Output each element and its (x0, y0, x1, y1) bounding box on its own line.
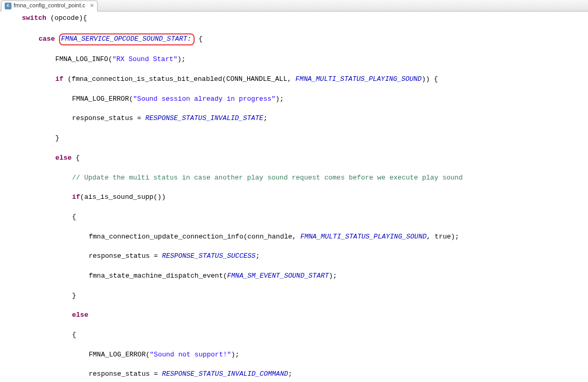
tab-filename: fmna_config_control_point.c (14, 2, 86, 10)
keyword-case: case (39, 35, 55, 43)
code-text: ); (329, 272, 337, 280)
code-text: fmna_state_machine_dispatch_event( (89, 272, 227, 280)
code-text: , true); (427, 233, 459, 241)
const-success: RESPONSE_STATUS_SUCCESS (162, 252, 255, 260)
code-editor[interactable]: switch (opcode){ case FMNA_SERVICE_OPCOD… (0, 11, 588, 382)
code-text: )) { (422, 75, 438, 83)
fn-log-error: FMNA_LOG_ERROR( (72, 95, 133, 103)
comment: // Update the multi status in case anoth… (72, 174, 463, 182)
code-text: (fmna_connection_is_status_bit_enabled(C… (64, 75, 296, 83)
string-literal: "Sound not support!" (150, 351, 231, 359)
keyword-else: else (72, 311, 88, 319)
code-text: response_status = (89, 252, 162, 260)
const-invalid-state: RESPONSE_STATUS_INVALID_STATE (145, 114, 263, 122)
fn-log-error: FMNA_LOG_ERROR( (89, 351, 150, 359)
c-file-icon: c (5, 3, 11, 9)
code-text: (opcode){ (46, 14, 87, 22)
fn-log-info: FMNA_LOG_INFO( (55, 55, 112, 63)
close-icon[interactable]: ✕ (90, 2, 94, 10)
const-playing-sound: FMNA_MULTI_STATUS_PLAYING_SOUND (295, 75, 422, 83)
brace: { (72, 213, 76, 221)
code-text: fmna_connection_update_connection_info(c… (89, 233, 301, 241)
keyword-if: if (72, 193, 80, 201)
const-sm-event-start: FMNA_SM_EVENT_SOUND_START (227, 272, 329, 280)
const-invalid-command: RESPONSE_STATUS_INVALID_COMMAND (162, 370, 288, 378)
brace: } (72, 292, 76, 300)
keyword-if: if (55, 75, 64, 83)
const-playing-sound: FMNA_MULTI_STATUS_PLAYING_SOUND (301, 233, 427, 241)
const-opcode-start: FMNA_SERVICE_OPCODE_SOUND_START: (61, 35, 191, 43)
code-text: response_status = (72, 114, 145, 122)
highlight-box-sound-start: FMNA_SERVICE_OPCODE_SOUND_START: (59, 33, 195, 45)
editor-tab[interactable]: c fmna_config_control_point.c ✕ (1, 1, 98, 11)
keyword-switch: switch (22, 14, 46, 22)
editor-tab-bar: c fmna_config_control_point.c ✕ (0, 0, 588, 11)
code-text: { (71, 154, 80, 162)
string-literal: "RX Sound Start" (112, 55, 177, 63)
code-text: ); (177, 55, 186, 63)
code-text: response_status = (89, 370, 162, 378)
code-text: ; (263, 114, 268, 122)
code-text: ); (231, 351, 239, 359)
code-text: { (195, 35, 203, 43)
code-text: ; (288, 370, 292, 378)
brace: } (55, 134, 59, 142)
code-text: ; (256, 252, 260, 260)
code-text: (ais_is_sound_supp()) (80, 193, 166, 201)
brace: { (72, 331, 76, 339)
code-text: ); (275, 95, 284, 103)
keyword-else: else (55, 154, 71, 162)
string-literal: "Sound session already in progress" (133, 95, 275, 103)
